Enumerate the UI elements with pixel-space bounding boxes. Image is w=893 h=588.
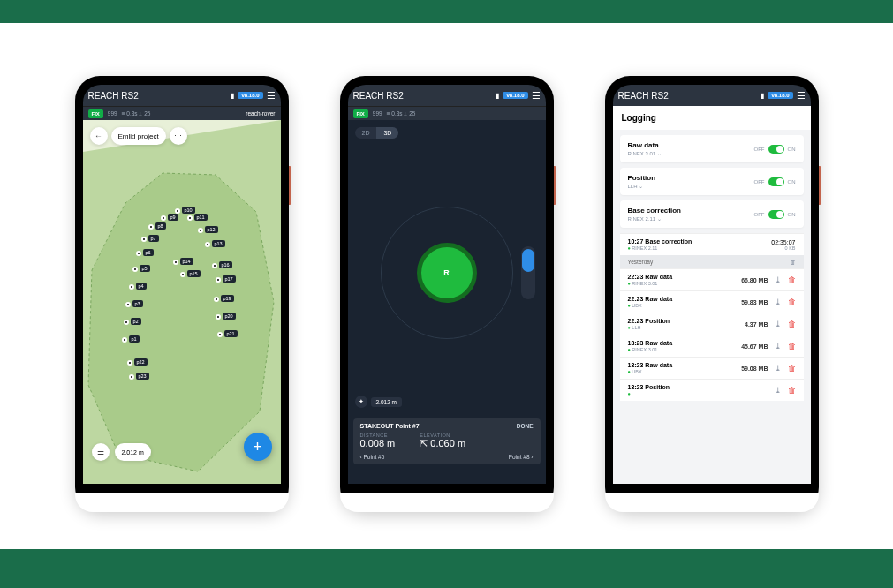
map-point[interactable]: p15 xyxy=(180,272,185,277)
delete-icon[interactable]: 🗑 xyxy=(788,275,796,284)
add-point-fab[interactable]: + xyxy=(244,433,272,461)
rover-marker: R xyxy=(417,243,477,303)
map-point[interactable]: p20 xyxy=(216,314,221,320)
map-point[interactable]: p10 xyxy=(175,208,180,214)
project-chip[interactable]: Emlid project xyxy=(111,127,166,145)
heading-chip: ✦ 2.012 m xyxy=(355,396,403,408)
status-sats: 999 xyxy=(108,110,117,117)
app-header: REACH RS2 ▮ v8.18.0 ☰ xyxy=(613,85,811,106)
map-point[interactable]: p3 xyxy=(125,302,131,307)
log-row: 22:23 Raw dataRINEX 3.0166.80 MB⤓🗑 xyxy=(620,268,804,290)
stakeout-bar: STAKEOUT Point #7 DONE DISTANCE 0.008 m … xyxy=(353,418,541,464)
device-title: REACH RS2 xyxy=(353,91,404,101)
phone-survey-map: REACH RS2 ▮ v8.18.0 ☰ FIX 999 ≡ 0.3s ⟂ 2… xyxy=(75,76,289,512)
project-controls: ← Emlid project ⋯ xyxy=(90,127,187,145)
screen: REACH RS2 ▮ v8.18.0 ☰ Logging Raw dataRI… xyxy=(613,85,811,484)
map-point[interactable]: p22 xyxy=(127,360,132,366)
delete-icon[interactable]: 🗑 xyxy=(788,342,796,351)
map-point[interactable]: p21 xyxy=(217,332,223,337)
map-field xyxy=(83,120,281,484)
phone-stakeout: REACH RS2 ▮ v8.18.0 ☰ FIX 999 ≡ 0.3s ⟂ 2… xyxy=(340,76,554,512)
elevation-value: ⇱ 0.060 m xyxy=(420,438,465,449)
download-icon[interactable]: ⤓ xyxy=(775,298,782,306)
map-point[interactable]: p19 xyxy=(214,297,219,302)
fix-badge: FIX xyxy=(353,109,368,118)
map-point[interactable]: p2 xyxy=(124,320,129,325)
page-title: Logging xyxy=(613,106,811,130)
stakeout-view: 2D 3D R ✦ 2.012 m STAKEOUT Point #7 xyxy=(348,120,546,484)
map-point[interactable]: p16 xyxy=(212,263,217,268)
download-icon[interactable]: ⤓ xyxy=(775,342,782,351)
zoom-slider[interactable] xyxy=(521,246,535,299)
mode-3d[interactable]: 3D xyxy=(376,127,398,139)
project-more[interactable]: ⋯ xyxy=(170,127,187,145)
log-row: 13:23 Position⤓🗑 xyxy=(620,379,804,401)
heading-value: 2.012 m xyxy=(371,397,403,407)
download-icon[interactable]: ⤓ xyxy=(775,386,782,395)
battery-icon: ▮ xyxy=(761,92,764,100)
log-row: 22:23 Raw dataUBX59.83 MB⤓🗑 xyxy=(620,290,804,313)
version-badge: v8.18.0 xyxy=(238,92,262,99)
map-point[interactable]: p6 xyxy=(136,251,141,256)
app-header: REACH RS2 ▮ v8.18.0 ☰ xyxy=(83,85,281,106)
rover-name: reach-rover xyxy=(246,110,275,117)
download-icon[interactable]: ⤓ xyxy=(775,364,782,373)
menu-icon[interactable]: ☰ xyxy=(797,90,806,102)
status-age: ≡ 0.3s ⟂ 25 xyxy=(122,110,151,117)
map-point[interactable]: p1 xyxy=(122,337,127,343)
phone-logging: REACH RS2 ▮ v8.18.0 ☰ Logging Raw dataRI… xyxy=(605,76,819,512)
map-point[interactable]: p4 xyxy=(129,284,134,290)
map-point[interactable]: p5 xyxy=(132,267,138,272)
map-point[interactable]: p11 xyxy=(187,215,193,221)
menu-icon[interactable]: ☰ xyxy=(532,90,541,102)
scale-value: 2.012 m xyxy=(122,449,144,456)
map-point[interactable]: p9 xyxy=(161,215,166,221)
mode-toggle[interactable]: 2D 3D xyxy=(355,127,399,139)
delete-all-icon[interactable]: 🗑 xyxy=(790,259,796,265)
delete-icon[interactable]: 🗑 xyxy=(788,364,796,373)
download-icon[interactable]: ⤓ xyxy=(775,320,782,328)
map-point[interactable]: p17 xyxy=(216,277,221,283)
fix-badge: FIX xyxy=(88,109,103,118)
stripe-bottom xyxy=(0,549,893,588)
log-toggle-card: Raw dataRINEX 3.01 ⌄OFFON xyxy=(620,135,804,162)
log-row: 13:23 Raw dataUBX59.08 MB⤓🗑 xyxy=(620,357,804,379)
target-ring: R xyxy=(381,207,513,339)
done-button[interactable]: DONE xyxy=(517,423,534,429)
next-point[interactable]: Point #8 › xyxy=(509,454,534,460)
download-icon[interactable]: ⤓ xyxy=(775,275,782,284)
toggle-switch[interactable] xyxy=(768,177,784,186)
screen: REACH RS2 ▮ v8.18.0 ☰ FIX 999 ≡ 0.3s ⟂ 2… xyxy=(83,85,281,484)
battery-icon: ▮ xyxy=(496,92,499,100)
status-bar: FIX 999 ≡ 0.3s ⟂ 25 xyxy=(348,106,546,120)
menu-icon[interactable]: ☰ xyxy=(267,90,276,102)
status-bar: FIX 999 ≡ 0.3s ⟂ 25 reach-rover xyxy=(83,106,281,120)
back-button[interactable]: ← xyxy=(90,127,108,145)
screen: REACH RS2 ▮ v8.18.0 ☰ FIX 999 ≡ 0.3s ⟂ 2… xyxy=(348,85,546,484)
delete-icon[interactable]: 🗑 xyxy=(788,298,796,306)
prev-point[interactable]: ‹ Point #6 xyxy=(360,454,385,460)
compass-icon: ✦ xyxy=(355,396,367,408)
map-point[interactable]: p12 xyxy=(198,228,203,233)
device-title: REACH RS2 xyxy=(88,91,139,101)
logging-view: Logging Raw dataRINEX 3.01 ⌄OFFONPositio… xyxy=(613,106,811,484)
delete-icon[interactable]: 🗑 xyxy=(788,320,796,328)
toggle-switch[interactable] xyxy=(768,210,784,219)
map-point[interactable]: p14 xyxy=(173,260,178,265)
log-toggle-card: Base correctionRINEX 2.11 ⌄OFFON xyxy=(620,200,804,228)
delete-icon[interactable]: 🗑 xyxy=(788,386,796,395)
points-list-button[interactable]: ☰ xyxy=(92,443,110,461)
map-point[interactable]: p13 xyxy=(205,242,210,247)
phone-row: REACH RS2 ▮ v8.18.0 ☰ FIX 999 ≡ 0.3s ⟂ 2… xyxy=(0,76,893,512)
scale-chip: 2.012 m xyxy=(115,443,151,461)
toggle-switch[interactable] xyxy=(768,145,784,154)
map-point[interactable]: p7 xyxy=(141,237,147,242)
battery-icon: ▮ xyxy=(231,92,234,100)
distance-value: 0.008 m xyxy=(360,438,396,449)
section-header: Yesterday🗑 xyxy=(620,255,804,268)
map-point[interactable]: p8 xyxy=(148,224,154,230)
map-point[interactable]: p23 xyxy=(129,374,134,380)
stripe-top xyxy=(0,0,893,23)
map-view[interactable]: ← Emlid project ⋯ p6p7p8p9p10p11p12p13p1… xyxy=(83,120,281,484)
mode-2d[interactable]: 2D xyxy=(355,127,377,139)
